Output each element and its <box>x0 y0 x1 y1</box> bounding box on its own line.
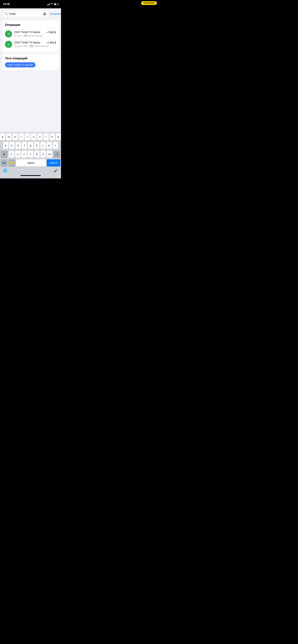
operation-icon: + <box>5 41 12 48</box>
operation-card: Дебетовая кар <box>35 45 49 47</box>
main-content: 🔍 ✕ Отменить Операции + ООО "Ochki" Pr.S… <box>0 8 61 132</box>
key-o[interactable]: o <box>50 133 55 140</box>
cancel-button[interactable]: Отменить <box>50 12 61 16</box>
globe-key[interactable]: 🌐 <box>3 169 7 173</box>
operation-name: ООО "Ochki" Pr.Stache <box>14 41 40 44</box>
search-input-wrap[interactable]: 🔍 ✕ <box>3 10 48 17</box>
key-h[interactable]: h <box>34 142 39 149</box>
key-r[interactable]: r <box>19 133 24 140</box>
key-u[interactable]: u <box>37 133 43 140</box>
keyboard-row-2: a s d f g h j k l <box>1 142 60 149</box>
key-c[interactable]: c <box>22 151 27 158</box>
microphone-key[interactable]: 🎤 <box>54 169 58 173</box>
search-key[interactable]: search <box>47 159 60 166</box>
status-bar: 19:38 ТИНЬКОФФ <box>0 0 61 8</box>
key-t[interactable]: t <box>25 133 30 140</box>
key-p[interactable]: p <box>56 133 61 140</box>
home-indicator <box>1 174 60 178</box>
key-s[interactable]: s <box>9 142 15 149</box>
operation-badge: +24 <box>29 45 34 48</box>
key-l[interactable]: l <box>53 142 58 149</box>
operation-badge: +29 <box>23 34 28 37</box>
status-time: 19:38 <box>3 3 10 6</box>
operation-item[interactable]: + ООО "Ochki" Pr.Stache –2 900 ₽ 20 июля… <box>5 29 56 39</box>
operation-date: 20 июля <box>14 34 22 37</box>
key-y[interactable]: y <box>31 133 36 140</box>
key-f[interactable]: f <box>22 142 27 149</box>
operation-item[interactable]: + ООО "Ochki" Pr.Stache –2 400 ₽ 23 март… <box>5 39 56 50</box>
empty-area <box>0 72 61 84</box>
key-d[interactable]: d <box>16 142 21 149</box>
key-q[interactable]: q <box>0 133 5 140</box>
numbers-key[interactable]: 123 <box>1 159 8 166</box>
key-v[interactable]: v <box>28 151 33 158</box>
key-e[interactable]: e <box>13 133 18 140</box>
wifi-icon <box>50 3 53 6</box>
key-i[interactable]: i <box>44 133 49 140</box>
keyboard-row-1: q w e r t y u i o p <box>1 133 60 140</box>
keyboard-bottom-row: 123 🙂 space search <box>1 159 60 166</box>
keyboard-accessory-row: 🌐 🎤 <box>1 168 60 174</box>
key-w[interactable]: w <box>6 133 12 140</box>
key-k[interactable]: k <box>47 142 52 149</box>
key-a[interactable]: a <box>3 142 8 149</box>
search-icon: 🔍 <box>5 12 8 16</box>
operation-name: ООО "Ochki" Pr.Stache <box>14 31 40 34</box>
operations-title: Операции <box>5 23 56 27</box>
tags-title: Теги операций <box>5 56 56 60</box>
operation-amount: –2 400 ₽ <box>46 41 56 44</box>
keyboard: q w e r t y u i o p a s d f g h j k l z … <box>0 132 61 178</box>
key-g[interactable]: g <box>28 142 33 149</box>
keyboard-row-3: z x c v b n m <box>1 151 60 158</box>
tags-section: Теги операций ООО "Ochki" Pr.Stachek <box>3 54 59 70</box>
battery-icon <box>54 3 58 5</box>
key-m[interactable]: m <box>47 151 52 158</box>
search-bar-container: 🔍 ✕ Отменить <box>0 8 61 19</box>
key-z[interactable]: z <box>9 151 14 158</box>
home-bar <box>21 175 41 176</box>
signal-icon <box>47 3 50 5</box>
operation-date: 23 марта 2022 <box>14 45 28 47</box>
delete-key[interactable] <box>53 151 60 158</box>
key-n[interactable]: n <box>41 151 46 158</box>
operation-card: Дебетовая кар <box>29 34 43 37</box>
operations-section: Операции + ООО "Ochki" Pr.Stache –2 900 … <box>3 20 59 52</box>
key-j[interactable]: j <box>40 142 46 149</box>
tag-item[interactable]: ООО "Ochki" Pr.Stachek <box>5 62 36 68</box>
clear-button[interactable]: ✕ <box>43 12 46 16</box>
search-input[interactable] <box>9 12 42 16</box>
operation-icon: + <box>5 30 12 38</box>
shift-key[interactable] <box>1 151 8 158</box>
space-key[interactable]: space <box>16 159 46 166</box>
operation-amount: –2 900 ₽ <box>46 31 56 34</box>
emoji-key[interactable]: 🙂 <box>8 159 15 166</box>
status-icons <box>47 3 58 6</box>
key-b[interactable]: b <box>34 151 40 158</box>
key-x[interactable]: x <box>15 151 21 158</box>
